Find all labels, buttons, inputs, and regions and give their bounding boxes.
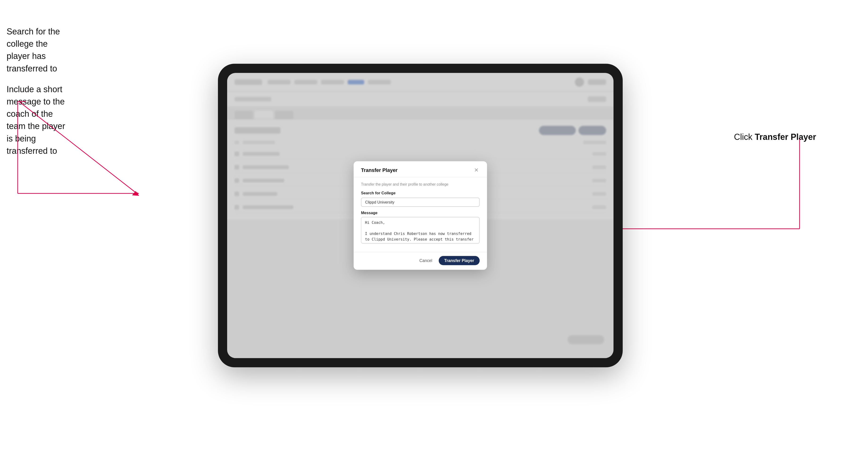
annotation-message-text: Include a short message to the coach of … [7, 83, 73, 157]
cancel-button[interactable]: Cancel [416, 256, 435, 264]
modal-footer: Cancel Transfer Player [353, 252, 487, 270]
search-college-input[interactable] [361, 198, 479, 207]
tablet-device: Transfer Player ✕ Transfer the player an… [218, 64, 623, 367]
modal-header: Transfer Player ✕ [353, 161, 487, 177]
transfer-player-button[interactable]: Transfer Player [439, 256, 480, 266]
modal-description: Transfer the player and their profile to… [361, 182, 479, 187]
annotation-right: Click Transfer Player [734, 132, 816, 142]
modal-title: Transfer Player [361, 167, 398, 173]
svg-marker-5 [135, 192, 139, 195]
svg-marker-1 [132, 191, 139, 196]
search-college-label: Search for College [361, 191, 479, 195]
modal-overlay: Transfer Player ✕ Transfer the player an… [227, 73, 614, 358]
annotation-transfer-bold: Transfer Player [755, 132, 816, 142]
message-textarea[interactable]: Hi Coach, I understand Chris Robertson h… [361, 217, 479, 244]
message-label: Message [361, 210, 479, 215]
transfer-player-modal: Transfer Player ✕ Transfer the player an… [353, 161, 487, 270]
modal-body: Transfer the player and their profile to… [353, 177, 487, 252]
annotation-click-label: Click [734, 132, 752, 142]
tablet-screen: Transfer Player ✕ Transfer the player an… [227, 73, 614, 358]
annotation-left: Search for the college the player has tr… [7, 26, 73, 165]
modal-close-button[interactable]: ✕ [473, 167, 479, 173]
annotation-search-text: Search for the college the player has tr… [7, 26, 73, 75]
